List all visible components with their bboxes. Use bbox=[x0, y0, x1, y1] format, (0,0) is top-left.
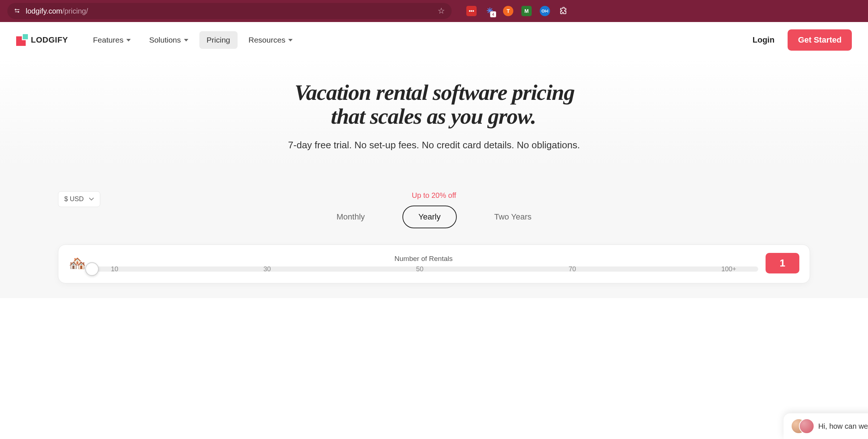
browser-extensions: ••• ✳ 4 T M OI•I bbox=[466, 6, 568, 16]
nav-label: Resources bbox=[249, 36, 285, 44]
login-link[interactable]: Login bbox=[753, 35, 775, 45]
title-line2: that scales as you grow. bbox=[330, 104, 536, 128]
currency-label: $ USD bbox=[64, 195, 84, 203]
browser-url-bar: lodgify.com/pricing/ ☆ ••• ✳ 4 T M OI•I bbox=[0, 0, 868, 22]
billing-two-years[interactable]: Two Years bbox=[479, 206, 547, 228]
site-header: LODGIFY Features Solutions Pricing Resou… bbox=[0, 22, 868, 58]
nav-features[interactable]: Features bbox=[86, 31, 138, 49]
chevron-down-icon bbox=[89, 197, 94, 201]
extension-m-icon[interactable]: M bbox=[521, 6, 532, 16]
get-started-button[interactable]: Get Started bbox=[788, 29, 852, 51]
extension-t-icon[interactable]: T bbox=[503, 6, 513, 16]
url-text: lodgify.com/pricing/ bbox=[26, 7, 88, 15]
slider-tick: 50 bbox=[416, 265, 423, 273]
slider-track[interactable]: 10 30 50 70 100+ bbox=[89, 266, 758, 272]
nav-label: Pricing bbox=[207, 36, 230, 44]
svg-point-0 bbox=[15, 9, 16, 10]
billing-yearly[interactable]: Yearly bbox=[402, 206, 457, 228]
extension-loom-icon[interactable]: ✳ 4 bbox=[485, 6, 495, 16]
extension-otter-icon[interactable]: OI•I bbox=[540, 6, 550, 16]
slider-ticks: 10 30 50 70 100+ bbox=[89, 265, 758, 273]
url-domain: lodgify.com bbox=[26, 7, 62, 15]
logo[interactable]: LODGIFY bbox=[16, 34, 68, 46]
header-actions: Login Get Started bbox=[753, 29, 852, 51]
page-subtitle: 7-day free trial. No set-up fees. No cre… bbox=[15, 139, 853, 151]
main-nav: Features Solutions Pricing Resources bbox=[86, 31, 300, 49]
slider-tick: 30 bbox=[264, 265, 271, 273]
extension-lastpass-icon[interactable]: ••• bbox=[466, 6, 477, 16]
url-path: /pricing/ bbox=[62, 7, 88, 15]
logo-mark-icon bbox=[16, 34, 28, 46]
logo-text: LODGIFY bbox=[31, 35, 68, 45]
pricing-section: $ USD Up to 20% off Monthly Yearly Two Y… bbox=[0, 166, 868, 298]
nav-solutions[interactable]: Solutions bbox=[142, 31, 195, 49]
promo-text: Up to 20% off bbox=[37, 191, 831, 200]
page-title: Vacation rental software pricing that sc… bbox=[14, 81, 854, 128]
slider-label: Number of Rentals bbox=[89, 255, 758, 263]
extension-badge: 4 bbox=[490, 11, 496, 18]
slider-thumb[interactable] bbox=[85, 262, 99, 276]
svg-point-2 bbox=[18, 11, 19, 12]
rental-count-display: 1 bbox=[766, 253, 799, 273]
billing-monthly[interactable]: Monthly bbox=[321, 206, 380, 228]
nav-pricing[interactable]: Pricing bbox=[199, 31, 238, 49]
slider-tick: 10 bbox=[111, 265, 118, 273]
nav-label: Solutions bbox=[149, 36, 181, 44]
currency-select[interactable]: $ USD bbox=[58, 191, 100, 207]
url-input-container[interactable]: lodgify.com/pricing/ ☆ bbox=[7, 3, 452, 19]
chevron-down-icon bbox=[184, 39, 188, 41]
slider-tick: 100+ bbox=[721, 265, 736, 273]
extensions-menu-icon[interactable] bbox=[558, 6, 568, 16]
bookmark-star-icon[interactable]: ☆ bbox=[438, 6, 445, 16]
billing-toggle: Monthly Yearly Two Years bbox=[37, 206, 831, 228]
title-line1: Vacation rental software pricing bbox=[294, 80, 575, 105]
slider-tick: 70 bbox=[569, 265, 576, 273]
nav-resources[interactable]: Resources bbox=[241, 31, 300, 49]
hero: Vacation rental software pricing that sc… bbox=[0, 58, 868, 166]
chevron-down-icon bbox=[126, 39, 131, 41]
chevron-down-icon bbox=[288, 39, 293, 41]
site-settings-icon[interactable] bbox=[14, 8, 21, 14]
nav-label: Features bbox=[93, 36, 123, 44]
slider-main: Number of Rentals 10 30 50 70 100+ bbox=[89, 255, 758, 272]
houses-icon: 🏘️ bbox=[69, 255, 82, 271]
rentals-slider-card: 🏘️ Number of Rentals 10 30 50 70 100+ 1 bbox=[58, 244, 810, 283]
